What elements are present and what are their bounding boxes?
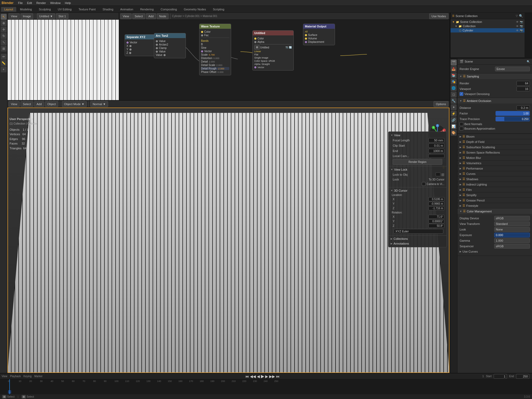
outliner-cylinder[interactable]: ⬡ Cylinder 👁 📷 — [451, 28, 525, 32]
cursor-3d-header[interactable]: ▼ 3D Cursor — [388, 188, 447, 193]
section-curves[interactable]: ▶ ☰ Curves — [457, 171, 532, 176]
image-selector[interactable]: Untitled ▼ — [37, 13, 55, 19]
rotation-mode-dropdown[interactable]: XYZ Euler — [394, 229, 443, 234]
menu-edit[interactable]: Edit — [25, 1, 34, 5]
exposure-value[interactable]: 0.000 — [494, 233, 530, 237]
ao-trace-bar[interactable]: 0.250 — [496, 117, 530, 121]
section-freestyle[interactable]: ▶ ☰ Freestyle — [457, 203, 532, 208]
jump-start-btn[interactable]: ⏮ — [245, 374, 249, 379]
outliner-collection[interactable]: ▼ 📁 Collection 👁 📷 — [451, 24, 525, 28]
node-separate-xyz[interactable]: Separate XYZ Vector X — [125, 34, 157, 56]
clip-start-value[interactable]: 0.01 m — [428, 143, 444, 148]
section-simplify[interactable]: ▶ ☰ Simplify — [457, 192, 532, 198]
node-editor-add[interactable]: Add — [146, 13, 156, 19]
node-arctan2[interactable]: Arc Tan2 Value Arctan2 — [154, 33, 186, 58]
tab-sculpting[interactable]: Sculpting — [36, 7, 54, 12]
tab-scene-props[interactable]: 🎭 — [451, 79, 457, 85]
section-indirect-lighting[interactable]: ▶ ☰ Indirect Lighting — [457, 182, 532, 187]
focal-length-value[interactable]: 50 mm — [428, 138, 444, 142]
section-ssr[interactable]: ▶ ☰ Screen Space Reflections — [457, 150, 532, 155]
ao-factor-bar[interactable]: 1.00 — [496, 111, 530, 116]
tab-output-props[interactable]: 📤 — [451, 66, 457, 72]
tab-animation[interactable]: Animation — [117, 7, 137, 12]
tool-rotate[interactable]: ↻ — [1, 33, 7, 39]
section-grease-pencil[interactable]: ▶ ☰ Grease Pencil — [457, 198, 532, 203]
start-frame-input[interactable]: 1 — [494, 374, 507, 379]
end-frame-input[interactable]: 250 — [516, 374, 529, 379]
tool-move[interactable]: ✛ — [1, 27, 7, 32]
scene-collection-render[interactable]: 📷 — [520, 20, 523, 23]
look-dropdown[interactable]: None — [494, 227, 530, 232]
props-search-icon[interactable]: 🔍 — [527, 60, 530, 63]
tool-transform[interactable]: ⊞ — [1, 46, 7, 52]
viewport-add[interactable]: Add — [34, 101, 44, 107]
view-panel-view-header[interactable]: ▼ View — [388, 133, 447, 138]
sampling-header[interactable]: ▼ ☰ Sampling — [457, 73, 532, 79]
tool-cursor[interactable]: ⊕ — [1, 20, 7, 26]
tab-scripting[interactable]: Scripting — [210, 7, 227, 12]
render-samples-value[interactable]: 64 — [517, 81, 530, 86]
section-performance[interactable]: ▶ ☰ Performance — [457, 166, 532, 171]
prev-frame-btn[interactable]: ◀ — [257, 374, 260, 379]
tool-scale[interactable]: ⤡ — [1, 39, 7, 45]
viewport-view-menu[interactable]: View — [9, 101, 20, 107]
viewport-area[interactable]: View Select Add Object Object Mode ▼ Nor… — [7, 101, 449, 373]
tool-select[interactable]: ↖ — [1, 14, 7, 20]
prev-keyframe-btn[interactable]: ◀◀ — [250, 374, 256, 379]
node-image-texture[interactable]: Untitled Color Alpha — [252, 30, 294, 71]
display-device-dropdown[interactable]: sRGB — [494, 216, 530, 221]
cursor-rz[interactable]: 50.8° — [428, 224, 444, 228]
menu-render[interactable]: Render — [34, 1, 48, 5]
viewport-denoising-checkbox[interactable]: Viewport Denoising — [460, 92, 490, 96]
timeline-view-menu[interactable]: View — [2, 375, 7, 378]
camera-to-view-checkbox[interactable]: Camera to Vi... — [422, 182, 444, 186]
tab-rendering[interactable]: Rendering — [137, 7, 157, 12]
cursor-x[interactable]: 0.5195 m — [428, 197, 444, 201]
tab-particle-props[interactable]: ✦ — [451, 104, 457, 110]
node-editor-view-menu[interactable]: View — [120, 13, 132, 19]
tab-data-props[interactable]: 📊 — [451, 124, 457, 129]
lock-obj-icon[interactable]: ⊞ — [441, 172, 444, 177]
view-lock-header[interactable]: ▼ View Lock — [388, 167, 447, 172]
section-motion-blur[interactable]: ▶ ☰ Motion Blur — [457, 155, 532, 161]
outliner-scene-collection[interactable]: ▼ 📁 Scene Collection 👁 📷 — [451, 20, 525, 24]
bounces-approx-checkbox[interactable]: Bounces Approximation — [460, 127, 495, 130]
menu-window[interactable]: Window — [48, 1, 62, 5]
menu-file[interactable]: File — [16, 1, 25, 5]
play-btn[interactable]: ▶ — [261, 374, 264, 379]
viewport-mode-dropdown[interactable]: Object Mode ▼ — [62, 101, 87, 107]
section-shadows[interactable]: ▶ ☰ Shadows — [457, 176, 532, 182]
collection-eye[interactable]: 👁 — [516, 25, 519, 28]
collection-render[interactable]: 📷 — [520, 25, 523, 28]
lock-obj-input[interactable] — [436, 172, 440, 176]
section-depth-of-field[interactable]: ▶ ☰ Depth of Field — [457, 139, 532, 145]
section-film[interactable]: ▶ ☰ Film — [457, 187, 532, 192]
tab-modifier-props[interactable]: 🔧 — [451, 98, 457, 104]
tab-constraint-props[interactable]: 🔗 — [451, 117, 457, 123]
bent-normals-checkbox[interactable]: Bent Normals — [460, 122, 482, 126]
viewport-shading-normal[interactable]: Normal ▼ — [90, 101, 108, 107]
color-mgmt-header[interactable]: ▼ ☰ Color Management — [457, 208, 532, 214]
node-editor-node[interactable]: Node — [157, 13, 169, 19]
ao-distance-value[interactable]: 0.2 m — [517, 105, 530, 110]
section-bloom[interactable]: ▶ ☰ Bloom — [457, 134, 532, 139]
tab-modeling[interactable]: Modeling — [17, 7, 35, 12]
outliner-filter-icon[interactable]: ▽ — [516, 14, 518, 17]
clip-end-value[interactable]: 1000 m — [428, 149, 444, 153]
render-engine-dropdown[interactable]: Eevee — [495, 67, 530, 71]
tab-texture-paint[interactable]: Texture Paint — [75, 7, 99, 12]
tab-layout[interactable]: Layout — [1, 7, 16, 12]
view-transform-dropdown[interactable]: Standard — [494, 221, 530, 226]
tab-uv-editing[interactable]: UV Editing — [55, 7, 75, 12]
scene-collection-eye[interactable]: 👁 — [516, 20, 519, 23]
render-region-btn[interactable]: Render Region — [393, 159, 442, 165]
tab-render-props[interactable]: 🎬 — [451, 60, 457, 65]
next-frame-btn[interactable]: ▶ — [265, 374, 268, 379]
jump-end-btn[interactable]: ⏭ — [276, 374, 280, 379]
tool-measure[interactable]: 📏 — [1, 60, 7, 66]
tab-material-props[interactable]: 🎨 — [451, 130, 457, 136]
cylinder-render[interactable]: 📷 — [520, 29, 523, 32]
tool-annotate[interactable]: ✏ — [1, 54, 7, 60]
tab-world-props[interactable]: 🌐 — [451, 85, 457, 91]
image-editor-image[interactable]: Image — [21, 13, 34, 19]
